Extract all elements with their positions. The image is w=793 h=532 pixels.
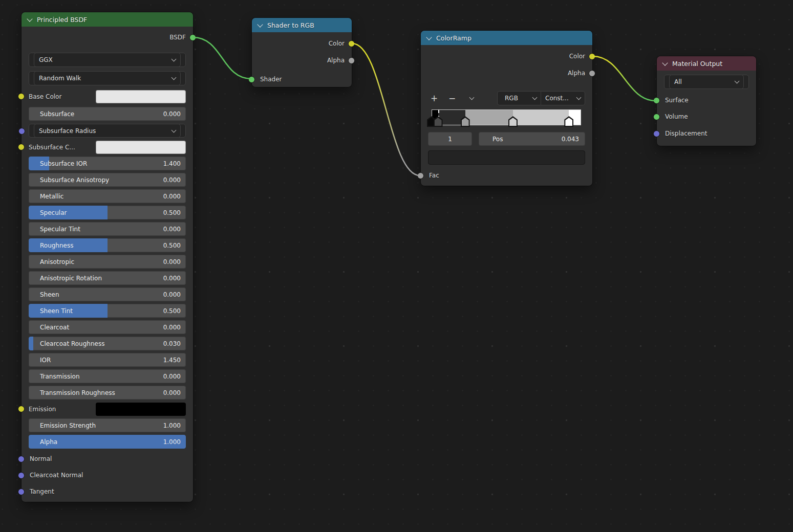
- slider-value: 0.000: [163, 324, 181, 331]
- node-shader-to-rgb[interactable]: Shader to RGBColorAlphaShader: [252, 18, 352, 87]
- dropdown-row-random-walk: Random Walk: [29, 71, 186, 85]
- output-color-socket[interactable]: [348, 40, 355, 47]
- input-shader-socket[interactable]: [248, 76, 255, 83]
- node-colorramp[interactable]: ColorRampColorAlpha+−RGBConst...1Pos0.04…: [421, 31, 592, 186]
- node-body: ColorAlpha+−RGBConst...1Pos0.043Fac: [421, 50, 592, 187]
- slider-roughness[interactable]: Roughness0.500: [29, 238, 186, 252]
- output-row-color: Color: [259, 37, 345, 50]
- chevron-down-icon: [172, 127, 177, 132]
- slider-label: Transmission: [40, 373, 163, 380]
- input-surface-socket[interactable]: [653, 97, 660, 104]
- slider-clearcoat[interactable]: Clearcoat0.000: [29, 320, 186, 334]
- input-tangent-socket[interactable]: [18, 489, 25, 495]
- slider-transmission-roughness[interactable]: Transmission Roughness0.000: [29, 386, 186, 400]
- input-row-volume: Volume: [664, 110, 749, 123]
- input-base-color-socket[interactable]: [18, 93, 25, 100]
- collapse-chevron-icon[interactable]: [27, 16, 32, 21]
- slider-label: Subsurface Anisotropy: [40, 176, 163, 184]
- position-value: 0.043: [562, 136, 579, 143]
- dropdown-value: Random Walk: [39, 75, 172, 82]
- slider-transmission[interactable]: Transmission0.000: [29, 369, 186, 383]
- slider-label: Specular: [40, 209, 163, 216]
- output-alpha-socket[interactable]: [348, 57, 355, 64]
- dropdown-subsurface-radius[interactable]: Subsurface Radius: [34, 124, 181, 138]
- dropdown-random-walk[interactable]: Random Walk: [34, 71, 181, 85]
- chevron-down-icon: [532, 95, 538, 100]
- dropdown-all[interactable]: All: [669, 75, 744, 89]
- output-bsdf-socket[interactable]: [189, 34, 196, 41]
- output-row-bsdf: BSDF: [29, 31, 186, 44]
- slider-specular-tint[interactable]: Specular Tint0.000: [29, 222, 186, 236]
- node-header[interactable]: Shader to RGB: [252, 18, 352, 32]
- slider-label: Specular Tint: [40, 226, 163, 233]
- position-label: Pos: [492, 136, 562, 143]
- stop-position-field[interactable]: Pos0.043: [479, 132, 585, 146]
- add-stop-button[interactable]: +: [428, 92, 440, 105]
- slider-label: IOR: [40, 357, 163, 364]
- node-material-output[interactable]: Material OutputAllSurfaceVolumeDisplacem…: [657, 56, 756, 146]
- gradient-bar[interactable]: [432, 109, 581, 125]
- slider-subsurface[interactable]: Subsurface0.000: [29, 107, 186, 121]
- color-label: Subsurface C...: [29, 144, 96, 151]
- slider-sheen[interactable]: Sheen0.000: [29, 287, 186, 301]
- slider-row-subsurface-ior: Subsurface IOR1.400: [29, 157, 186, 170]
- input-label: Volume: [665, 113, 688, 120]
- input-row-shader: Shader: [259, 73, 345, 86]
- colorramp-color-swatch[interactable]: [428, 150, 585, 165]
- node-header[interactable]: ColorRamp: [421, 31, 592, 45]
- node-header[interactable]: Material Output: [657, 56, 756, 71]
- color-mode-value: RGB: [505, 95, 529, 102]
- input-row-displacement: Displacement: [664, 127, 749, 140]
- stop-index-field[interactable]: 1: [428, 132, 472, 146]
- input-subsurface-radius-socket[interactable]: [18, 128, 25, 135]
- output-row-alpha: Alpha: [428, 66, 585, 80]
- slider-specular[interactable]: Specular0.500: [29, 206, 186, 219]
- color-swatch-base-color[interactable]: [96, 90, 186, 103]
- slider-label: Anisotropic Rotation: [40, 275, 163, 282]
- slider-ior[interactable]: IOR1.450: [29, 353, 186, 367]
- slider-label: Subsurface IOR: [40, 160, 163, 167]
- slider-label: Emission Strength: [40, 422, 163, 429]
- node-header[interactable]: Principled BSDF: [22, 12, 193, 27]
- slider-sheen-tint[interactable]: Sheen Tint0.500: [29, 304, 186, 318]
- slider-subsurface-ior[interactable]: Subsurface IOR1.400: [29, 157, 186, 170]
- gradient-stop-color: [462, 118, 469, 126]
- collapse-chevron-icon[interactable]: [662, 60, 668, 65]
- ramp-options-button[interactable]: [465, 92, 478, 105]
- input-label: Normal: [30, 455, 52, 462]
- slider-value: 0.500: [163, 209, 181, 216]
- slider-alpha[interactable]: Alpha1.000: [29, 435, 186, 449]
- input-clearcoat-normal-socket[interactable]: [18, 472, 25, 479]
- color-swatch-subsurface-c[interactable]: [96, 141, 186, 154]
- output-alpha-socket[interactable]: [589, 70, 595, 77]
- input-emission-socket[interactable]: [18, 406, 25, 412]
- node-principled-bsdf[interactable]: Principled BSDFBSDFGGXRandom WalkBase Co…: [22, 12, 193, 502]
- dropdown-ggx[interactable]: GGX: [34, 53, 181, 67]
- slider-subsurface-anisotropy[interactable]: Subsurface Anisotropy0.000: [29, 173, 186, 187]
- gradient-widget[interactable]: [428, 109, 585, 132]
- slider-anisotropic[interactable]: Anisotropic0.000: [29, 255, 186, 269]
- slider-emission-strength[interactable]: Emission Strength1.000: [29, 418, 186, 432]
- input-normal-socket[interactable]: [18, 456, 25, 462]
- selected-stop-color-row: [428, 150, 585, 165]
- color-swatch-emission[interactable]: [96, 403, 186, 416]
- output-color-socket[interactable]: [589, 53, 595, 60]
- slider-value: 0.500: [163, 242, 181, 249]
- collapse-chevron-icon[interactable]: [257, 21, 263, 27]
- slider-anisotropic-rotation[interactable]: Anisotropic Rotation0.000: [29, 271, 186, 285]
- slider-value: 0.030: [163, 340, 181, 347]
- slider-metallic[interactable]: Metallic0.000: [29, 189, 186, 203]
- input-fac-socket[interactable]: [417, 172, 424, 179]
- remove-stop-button[interactable]: −: [446, 92, 458, 105]
- color-mode-dropdown[interactable]: RGB: [497, 91, 541, 105]
- slider-value: 1.450: [163, 357, 181, 364]
- collapse-chevron-icon[interactable]: [426, 34, 432, 40]
- input-subsurface-c-socket[interactable]: [18, 144, 25, 150]
- slider-clearcoat-roughness[interactable]: Clearcoat Roughness0.030: [29, 337, 186, 350]
- input-label: Displacement: [665, 130, 708, 137]
- input-volume-socket[interactable]: [653, 114, 660, 120]
- slider-row-anisotropic-rotation: Anisotropic Rotation0.000: [29, 271, 186, 285]
- slider-label: Roughness: [40, 242, 163, 249]
- input-displacement-socket[interactable]: [653, 130, 660, 137]
- interpolation-dropdown[interactable]: Const...: [541, 91, 585, 105]
